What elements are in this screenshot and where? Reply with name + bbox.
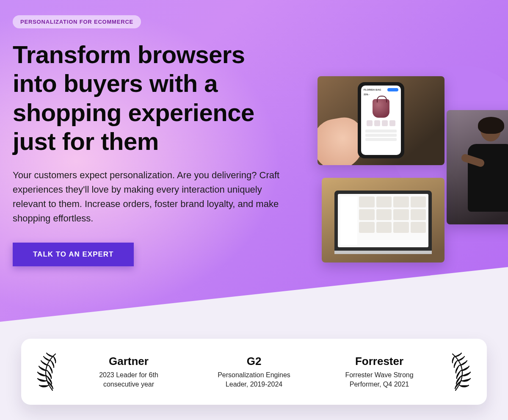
award-title: Forrester [335,355,424,368]
award-item-forrester: Forrester Forrester Wave Strong Performe… [331,355,428,389]
hero-content: PERSONALIZATION FOR ECOMMERCE Transform … [0,0,508,266]
page-headline: Transform browsers into buyers with a sh… [13,40,284,156]
award-description: Forrester Wave Strong Performer, Q4 2021 [335,370,424,389]
award-title: Gartner [84,355,173,368]
laurel-left-icon [32,351,66,393]
award-description: 2023 Leader for 6th consecutive year [84,370,173,389]
talk-to-expert-button[interactable]: TALK TO AN EXPERT [13,243,134,266]
award-item-gartner: Gartner 2023 Leader for 6th consecutive … [80,355,177,389]
laurel-right-icon [442,351,476,393]
award-item-g2: G2 Personalization Engines Leader, 2019-… [205,355,303,389]
award-list: Gartner 2023 Leader for 6th consecutive … [66,355,442,389]
award-description: Personalization Engines Leader, 2019-202… [210,370,298,389]
awards-bar: Gartner 2023 Leader for 6th consecutive … [21,339,487,405]
hero-subtext: Your customers expect personalization. A… [13,168,284,226]
eyebrow-badge: PERSONALIZATION FOR ECOMMERCE [13,15,141,28]
award-title: G2 [210,355,298,368]
